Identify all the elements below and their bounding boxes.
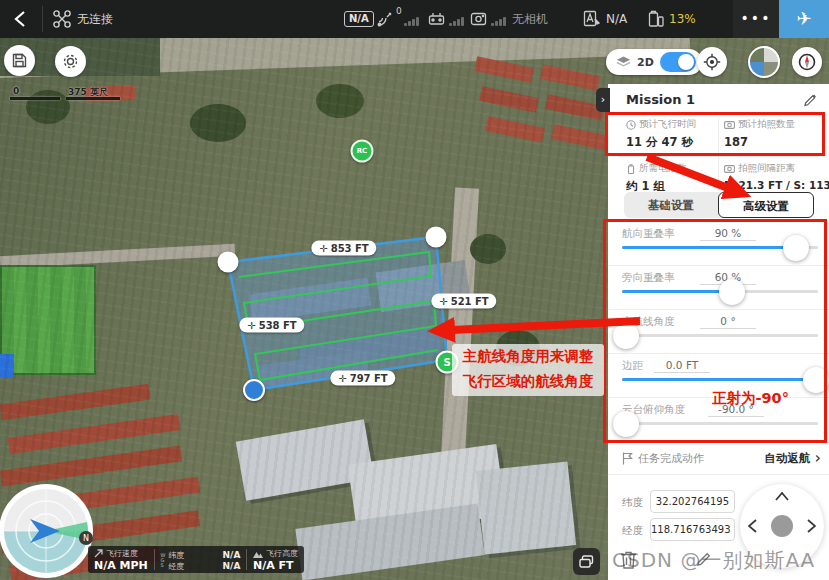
move-icon: ✛ — [338, 373, 346, 384]
map-layers-button[interactable] — [573, 548, 600, 575]
remote-controller-icon — [428, 11, 445, 26]
telemetry-lat-value: N/A — [223, 550, 241, 561]
settings-tabbar: 基础设置 高级设置 — [624, 192, 814, 218]
2d-toggle-switch[interactable] — [660, 52, 696, 72]
top-status-bar: 无连接 N/A 0 — [0, 0, 829, 38]
battery-icon — [648, 10, 664, 28]
latitude-input[interactable]: 32.202764195 — [650, 490, 735, 513]
altitude-label: 飞行高度 — [266, 548, 298, 559]
aircraft-na-badge: N/A — [344, 11, 374, 27]
nudge-center-button[interactable] — [771, 515, 793, 537]
tab-basic-settings[interactable]: 基础设置 — [624, 192, 718, 218]
rc-location-marker: RC — [351, 140, 374, 163]
telemetry-lat-label: 纬度 — [168, 550, 184, 561]
longitude-label: 经度 — [622, 524, 643, 538]
slider-handle[interactable] — [613, 411, 639, 437]
altitude-value: N/A FT — [253, 559, 298, 572]
altitude-icon — [253, 550, 263, 558]
scale-bar — [66, 97, 120, 100]
map-mode-label: 2D — [637, 56, 654, 69]
route-angle-slider[interactable] — [622, 334, 818, 337]
rc-signal-bars — [449, 17, 464, 26]
gps-count: 0 — [396, 6, 402, 16]
slider-handle[interactable] — [803, 367, 829, 393]
compass-reset-button[interactable] — [792, 47, 822, 77]
route-angle-value[interactable]: 0 ° — [700, 315, 756, 329]
margin-value[interactable]: 0.0 FT — [654, 359, 710, 373]
vertex-handle-top-right[interactable] — [426, 227, 447, 248]
telemetry-lng-value: N/A — [223, 561, 241, 572]
slider-handle[interactable] — [613, 323, 639, 349]
layers-icon — [616, 56, 631, 69]
panel-collapse-handle[interactable]: › — [596, 88, 610, 112]
slider-handle[interactable] — [719, 279, 745, 305]
app-screen: 无连接 N/A 0 — [0, 0, 829, 580]
edge-length-left[interactable]: ✛538 FT — [239, 318, 304, 333]
finish-action-row[interactable]: 任务完成动作 自动返航 › — [622, 447, 821, 469]
scale-bar — [10, 97, 60, 100]
edge-length-top[interactable]: ✛853 FT — [311, 241, 376, 256]
map-layer-preview-button[interactable] — [748, 46, 780, 78]
longitude-input[interactable]: 118.716763493 — [650, 518, 735, 541]
drone-icon — [53, 10, 71, 28]
course-overlap-slider[interactable] — [622, 246, 818, 249]
battery-small-icon — [626, 164, 636, 174]
flight-mode-icon — [583, 10, 600, 28]
edit-mission-icon[interactable] — [803, 93, 817, 107]
speed-label: 飞行速度 — [106, 548, 138, 559]
slider-handle[interactable] — [783, 235, 809, 261]
gear-icon — [62, 53, 79, 70]
wgs-icon: WGS — [160, 553, 165, 568]
nudge-dpad — [740, 484, 824, 568]
telemetry-lng-label: 经度 — [168, 561, 184, 572]
move-icon: ✛ — [439, 296, 447, 307]
map-settings-button[interactable] — [55, 46, 86, 77]
clock-icon — [626, 120, 636, 130]
course-overlap-value[interactable]: 90 % — [700, 227, 756, 241]
camera-signal-bars — [491, 17, 506, 26]
vertex-handle-bottom-left[interactable] — [243, 379, 265, 401]
stat-flight-time: 预计飞行时间 11 分 47 秒 — [626, 118, 696, 150]
locate-button[interactable] — [697, 47, 727, 77]
camera-icon — [724, 120, 735, 129]
nudge-left-button[interactable] — [748, 519, 757, 533]
finish-action-value: 自动返航 — [765, 451, 811, 466]
edge-length-bottom[interactable]: ✛797 FT — [330, 371, 395, 386]
telemetry-bar: 飞行速度 N/A MPH WGS 纬度N/A 经度N/A — [88, 546, 304, 573]
stat-batteries: 所需电池数 约 1 组 — [626, 162, 687, 194]
finish-action-label: 任务完成动作 — [638, 451, 704, 466]
battery-percent: 13% — [669, 0, 696, 38]
compass-icon — [797, 52, 817, 72]
mission-title: Mission 1 — [626, 92, 695, 107]
side-overlap-slider[interactable] — [622, 290, 818, 293]
camera-transmission-icon — [470, 11, 487, 26]
move-icon: ✛ — [319, 243, 327, 254]
route-start-marker[interactable]: S — [436, 351, 459, 374]
flight-mode-value: N/A — [606, 0, 627, 38]
camera-icon — [724, 164, 735, 173]
map-mode-toggle[interactable]: 2D — [606, 49, 702, 75]
gps-signal-bars — [404, 17, 419, 26]
scale-zero-label: 0 — [13, 86, 19, 96]
north-badge: N — [83, 534, 89, 543]
no-camera-label: 无相机 — [512, 0, 548, 38]
topbar-divider — [42, 6, 43, 32]
connection-status: 无连接 — [77, 0, 113, 38]
tab-advanced-settings[interactable]: 高级设置 — [718, 192, 814, 218]
crosshair-icon — [703, 53, 721, 71]
gimbal-pitch-value[interactable]: -90.0 ° — [708, 403, 764, 417]
edge-length-right[interactable]: ✛521 FT — [431, 294, 496, 309]
nudge-right-button[interactable] — [807, 519, 816, 533]
speed-value: N/A MPH — [94, 559, 148, 572]
gimbal-pitch-slider[interactable] — [622, 422, 818, 425]
save-mission-button[interactable] — [4, 45, 35, 76]
more-menu-button[interactable]: ••• — [733, 0, 779, 38]
back-icon[interactable] — [14, 10, 26, 28]
mission-panel: Mission 1 预计飞行时间 11 分 47 秒 预计拍照数量 — [608, 84, 829, 580]
speed-arrow-icon — [94, 549, 103, 558]
vertex-handle-top-left[interactable] — [218, 252, 239, 273]
margin-slider[interactable] — [622, 378, 818, 381]
nudge-up-button[interactable] — [775, 492, 789, 501]
takeoff-button[interactable]: ✈ — [779, 0, 829, 38]
gps-satellite-icon — [377, 11, 394, 27]
